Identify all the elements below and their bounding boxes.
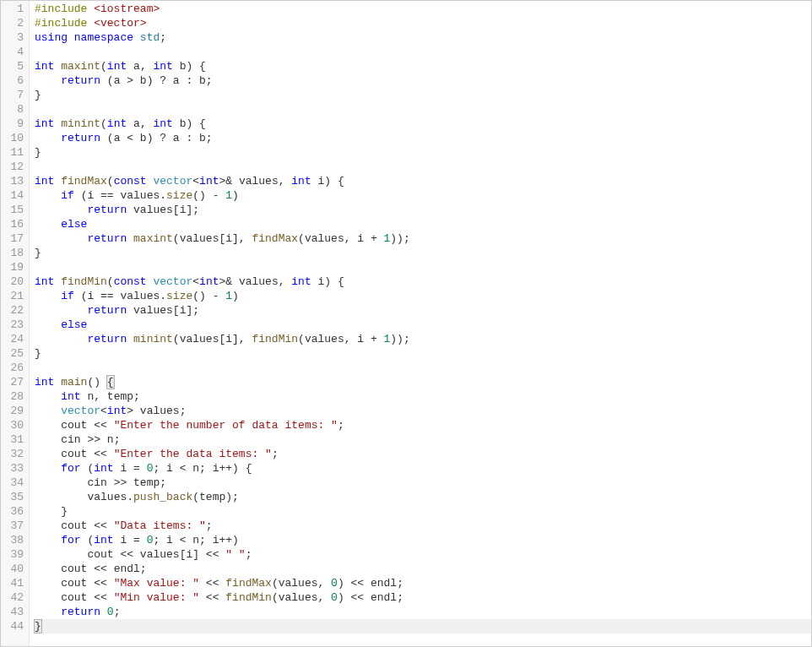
- code-line[interactable]: cout << "Data items: ";: [35, 519, 811, 533]
- code-line[interactable]: }: [35, 504, 811, 519]
- line-number: 38: [4, 533, 24, 547]
- code-line[interactable]: return maxint(values[i], findMax(values,…: [35, 231, 811, 246]
- code-area[interactable]: #include <iostream>#include <vector>usin…: [30, 1, 811, 646]
- token-paren: (: [107, 275, 114, 288]
- token-paren: ) {: [187, 117, 206, 130]
- code-line[interactable]: else: [35, 217, 811, 231]
- code-line[interactable]: }: [35, 619, 811, 633]
- code-line[interactable]: return values[i];: [35, 303, 811, 318]
- code-line[interactable]: return (a > b) ? a : b;: [35, 73, 811, 88]
- token-keyword: else: [61, 318, 87, 331]
- line-number: 23: [4, 318, 24, 332]
- code-line[interactable]: int findMin(const vector<int>& values, i…: [35, 275, 811, 289]
- token-ident: [35, 290, 61, 302]
- code-line[interactable]: return 0;: [35, 605, 811, 619]
- token-keyword: return: [87, 304, 133, 317]
- token-ident: ; i < n; i++): [154, 534, 239, 546]
- code-line[interactable]: return values[i];: [35, 203, 811, 217]
- code-line[interactable]: cout << endl;: [35, 562, 811, 576]
- code-line[interactable]: #include <vector>: [35, 16, 811, 30]
- code-line[interactable]: else: [35, 318, 811, 332]
- code-line[interactable]: }: [35, 346, 811, 361]
- code-line[interactable]: [35, 160, 811, 174]
- line-number: 36: [4, 504, 24, 519]
- code-line[interactable]: for (int i = 0; i < n; i++): [35, 533, 811, 547]
- token-op: <: [192, 275, 199, 288]
- token-ident: cin >> n;: [61, 433, 120, 446]
- code-line[interactable]: cin >> n;: [35, 432, 811, 447]
- code-line[interactable]: [35, 260, 811, 275]
- token-func: findMax: [225, 577, 272, 590]
- token-ident: [35, 304, 87, 317]
- code-line[interactable]: int maxint(int a, int b) {: [35, 59, 811, 73]
- code-line[interactable]: cout << "Min value: " << findMin(values,…: [35, 590, 811, 605]
- token-paren: }: [35, 247, 41, 259]
- token-func: findMin: [61, 275, 107, 288]
- code-line[interactable]: cout << values[i] << " ";: [35, 547, 811, 562]
- token-keyword: int: [35, 60, 61, 73]
- code-line[interactable]: if (i == values.size() - 1): [35, 289, 811, 303]
- line-number: 27: [4, 375, 24, 389]
- token-num: 0: [331, 591, 338, 604]
- token-ident: [35, 390, 61, 403]
- token-op: >&: [219, 175, 238, 188]
- line-number: 13: [4, 174, 24, 188]
- token-ident: [35, 218, 61, 231]
- code-line[interactable]: return minint(values[i], findMin(values,…: [35, 332, 811, 346]
- token-ident: [35, 318, 61, 331]
- token-paren: (): [87, 376, 106, 389]
- code-line[interactable]: int n, temp;: [35, 389, 811, 404]
- code-line[interactable]: int minint(int a, int b) {: [35, 117, 811, 131]
- code-editor[interactable]: 1234567891011121314151617181920212223242…: [0, 0, 812, 647]
- token-ident: () -: [192, 189, 225, 202]
- token-ident: (values[i],: [173, 232, 252, 245]
- code-line[interactable]: [35, 361, 811, 375]
- token-paren: }: [35, 620, 41, 633]
- token-ident: (temp);: [192, 491, 239, 503]
- token-ident: [35, 491, 87, 503]
- token-keyword: for: [61, 462, 87, 475]
- line-number: 9: [4, 117, 24, 131]
- token-ident: [35, 462, 61, 475]
- code-line[interactable]: int main() {: [35, 375, 811, 389]
- token-keyword: int: [94, 534, 120, 546]
- token-ident: cout <<: [61, 419, 113, 432]
- token-ident: i =: [120, 534, 146, 546]
- token-string: "Min value: ": [114, 591, 199, 604]
- line-number: 37: [4, 519, 24, 533]
- code-line[interactable]: }: [35, 145, 811, 160]
- code-line[interactable]: cout << "Enter the data items: ";: [35, 447, 811, 461]
- code-line[interactable]: using namespace std;: [35, 30, 811, 45]
- code-line[interactable]: cout << "Max value: " << findMax(values,…: [35, 576, 811, 590]
- token-ident: (values, i +: [298, 333, 383, 345]
- code-line[interactable]: values.push_back(temp);: [35, 490, 811, 504]
- token-paren: {: [107, 376, 114, 389]
- code-line[interactable]: vector<int> values;: [35, 404, 811, 418]
- code-line[interactable]: if (i == values.size() - 1): [35, 188, 811, 203]
- code-line[interactable]: }: [35, 246, 811, 260]
- code-line[interactable]: cin >> temp;: [35, 476, 811, 490]
- code-line[interactable]: return (a < b) ? a : b;: [35, 131, 811, 145]
- code-line[interactable]: #include <iostream>: [35, 2, 811, 16]
- code-line[interactable]: for (int i = 0; i < n; i++) {: [35, 461, 811, 476]
- code-line[interactable]: cout << "Enter the number of data items:…: [35, 418, 811, 432]
- line-number: 5: [4, 59, 24, 73]
- token-ident: (values[i],: [173, 333, 252, 345]
- code-line[interactable]: [35, 45, 811, 59]
- token-ident: (i == values.: [81, 189, 166, 202]
- token-ident: values;: [140, 405, 187, 417]
- code-line[interactable]: [35, 102, 811, 117]
- token-preproc: #include: [35, 17, 94, 30]
- token-keyword: namespace: [74, 31, 140, 44]
- token-keyword: const: [114, 175, 154, 188]
- token-ident: ) << endl;: [338, 591, 403, 604]
- token-punct: ;: [338, 419, 344, 432]
- token-num: 1: [225, 290, 232, 302]
- code-line[interactable]: int findMax(const vector<int>& values, i…: [35, 174, 811, 188]
- token-keyword: return: [61, 606, 107, 618]
- token-ident: values[i];: [133, 304, 199, 317]
- token-paren: (: [100, 117, 107, 130]
- token-ident: (values, i +: [298, 232, 383, 245]
- line-number: 22: [4, 303, 24, 318]
- code-line[interactable]: }: [35, 88, 811, 102]
